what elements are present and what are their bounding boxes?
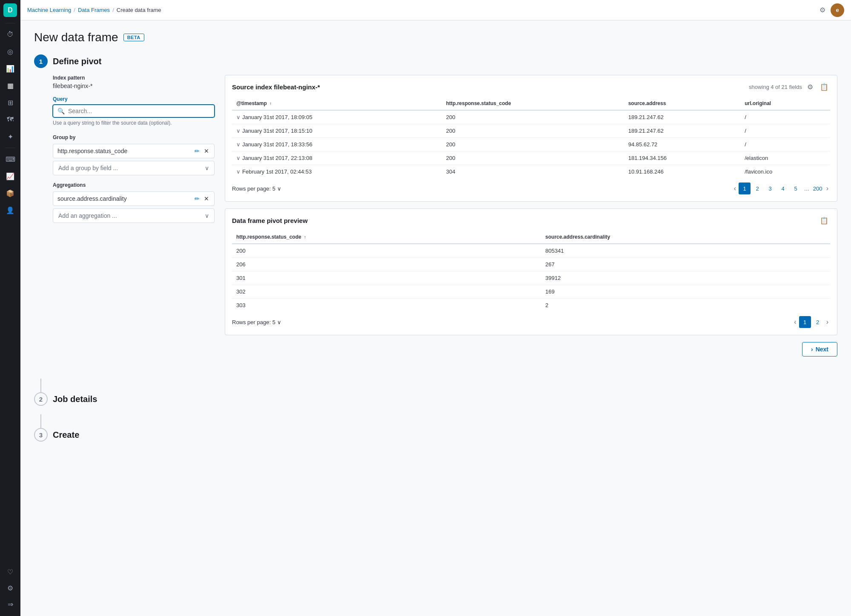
group-by-actions: ✏ ✕ [194, 147, 210, 155]
source-next-page[interactable]: › [825, 183, 830, 194]
nav-icon-canvas[interactable]: ⊞ [3, 95, 18, 110]
source-page-last[interactable]: 200 [812, 183, 824, 194]
table-row: ∨January 31st 2017, 22:13:08 200 181.194… [232, 151, 830, 165]
top-bar-right: ⚙ e [818, 3, 844, 17]
cell-address: 181.194.34.156 [624, 151, 741, 165]
page-content: New data frame BETA 1 Define pivot Index… [20, 20, 851, 616]
cell-address: 189.21.247.62 [624, 124, 741, 138]
expand-row-button[interactable]: ∨ [236, 128, 241, 134]
nav-icon-maps[interactable]: 🗺 [3, 112, 18, 127]
source-page-ellipsis: ... [802, 185, 811, 192]
source-page-2[interactable]: 2 [751, 183, 763, 194]
pivot-page-nums: ‹ 1 2 › [792, 316, 830, 328]
expand-row-button[interactable]: ∨ [236, 114, 241, 120]
nav-icon-collapse[interactable]: ⇒ [3, 596, 18, 612]
pivot-prev-page[interactable]: ‹ [792, 317, 798, 328]
search-icon: 🔍 [57, 108, 65, 114]
source-page-5[interactable]: 5 [790, 183, 802, 194]
search-box[interactable]: 🔍 [53, 105, 215, 117]
pivot-col-status[interactable]: http.response.status_code ↑ [232, 231, 541, 244]
step1-section: 1 Define pivot Index pattern filebeat-ng… [34, 54, 837, 370]
nav-icon-stack[interactable]: 📦 [3, 185, 18, 201]
nav-icon-discover[interactable]: ◎ [3, 44, 18, 59]
sort-icon-timestamp: ↑ [269, 101, 272, 106]
nav-icon-users[interactable]: 👤 [3, 202, 18, 218]
nav-icon-settings[interactable]: ⚙ [3, 580, 18, 596]
col-header-address[interactable]: source.address [624, 97, 741, 110]
source-table-header: Source index filebeat-nginx-* showing 4 … [232, 82, 830, 92]
search-input[interactable] [68, 108, 210, 114]
source-prev-page[interactable]: ‹ [732, 183, 738, 194]
pivot-cell-status: 303 [232, 299, 541, 312]
source-page-3[interactable]: 3 [764, 183, 776, 194]
rows-per-page-pivot[interactable]: Rows per page: 5 ∨ [232, 319, 281, 325]
aggregation-actions: ✏ ✕ [194, 194, 210, 203]
remove-aggregation-button[interactable]: ✕ [203, 194, 210, 203]
right-panel: Source index filebeat-nginx-* showing 4 … [225, 75, 837, 370]
cell-address: 94.85.62.72 [624, 138, 741, 151]
step2-title: Job details [53, 394, 97, 404]
cell-url: / [740, 138, 830, 151]
pivot-preview-card: Data frame pivot preview 📋 http.response… [225, 208, 837, 335]
pivot-cell-cardinality: 805341 [541, 244, 830, 258]
source-page-4[interactable]: 4 [777, 183, 789, 194]
edit-aggregation-button[interactable]: ✏ [194, 194, 201, 203]
fields-count-text: showing 4 of 21 fields [749, 84, 802, 90]
list-item: 301 39912 [232, 271, 830, 285]
pivot-page-1[interactable]: 1 [799, 316, 811, 328]
nav-icon-monitor[interactable]: 📈 [3, 168, 18, 184]
nav-icon-clock[interactable]: ⏱ [3, 27, 18, 42]
add-aggregation-row[interactable]: Add an aggregation ... ∨ [53, 208, 215, 223]
pivot-rows-chevron: ∨ [277, 319, 281, 325]
pivot-header-row: http.response.status_code ↑ source.addre… [232, 231, 830, 244]
rows-per-page-source[interactable]: Rows per page: 5 ∨ [232, 185, 281, 192]
expand-row-button[interactable]: ∨ [236, 155, 241, 161]
breadcrumb-machine-learning[interactable]: Machine Learning [27, 7, 71, 13]
remove-group-by-button[interactable]: ✕ [203, 147, 210, 155]
breadcrumb: Machine Learning / Data Frames / Create … [27, 7, 161, 13]
next-button[interactable]: › Next [802, 342, 837, 356]
sort-icon-status: ↑ [304, 235, 306, 240]
expand-row-button[interactable]: ∨ [236, 141, 241, 148]
pivot-cell-cardinality: 39912 [541, 271, 830, 285]
nav-icon-heart[interactable]: ♡ [3, 564, 18, 579]
source-page-1[interactable]: 1 [739, 183, 751, 194]
group-by-field-row: http.response.status_code ✏ ✕ [53, 144, 215, 158]
source-index-card: Source index filebeat-nginx-* showing 4 … [225, 75, 837, 202]
cell-timestamp: ∨January 31st 2017, 18:15:10 [232, 124, 442, 138]
app-logo[interactable]: D [3, 3, 17, 17]
pivot-col-cardinality[interactable]: source.address.cardinality [541, 231, 830, 244]
nav-icon-visualize[interactable]: 📊 [3, 61, 18, 76]
edit-group-by-button[interactable]: ✏ [194, 147, 201, 155]
source-settings-icon[interactable]: ⚙ [805, 82, 815, 92]
settings-icon-button[interactable]: ⚙ [818, 5, 827, 15]
nav-icon-ml[interactable]: ✦ [3, 129, 18, 144]
nav-icon-dev[interactable]: ⌨ [3, 151, 18, 167]
source-index-table: @timestamp ↑ http.response.status_code s… [232, 97, 830, 178]
top-bar: Machine Learning / Data Frames / Create … [20, 0, 851, 20]
col-header-status[interactable]: http.response.status_code [442, 97, 624, 110]
cell-status: 200 [442, 110, 624, 124]
pivot-page-2[interactable]: 2 [812, 316, 824, 328]
breadcrumb-current: Create data frame [117, 7, 161, 13]
pivot-copy-icon[interactable]: 📋 [818, 216, 830, 225]
source-pagination: Rows per page: 5 ∨ ‹ 1 2 3 4 5 ... [232, 178, 830, 194]
expand-row-button[interactable]: ∨ [236, 168, 241, 175]
pivot-preview-title: Data frame pivot preview [232, 217, 308, 224]
breadcrumb-sep-1: / [74, 7, 75, 13]
source-copy-icon[interactable]: 📋 [818, 82, 830, 92]
step-connector-1-2 [40, 379, 41, 392]
add-group-by-row[interactable]: Add a group by field ... ∨ [53, 161, 215, 175]
col-header-url[interactable]: url.original [740, 97, 830, 110]
left-navigation: D ⏱ ◎ 📊 ▦ ⊞ 🗺 ✦ ⌨ 📈 📦 👤 ♡ ⚙ ⇒ [0, 0, 20, 616]
breadcrumb-data-frames[interactable]: Data Frames [78, 7, 110, 13]
table-row: ∨January 31st 2017, 18:33:56 200 94.85.6… [232, 138, 830, 151]
pivot-cell-status: 206 [232, 258, 541, 271]
nav-icon-dashboard[interactable]: ▦ [3, 78, 18, 93]
col-header-timestamp[interactable]: @timestamp ↑ [232, 97, 442, 110]
source-table-title: Source index filebeat-nginx-* [232, 83, 320, 91]
list-item: 302 169 [232, 285, 830, 299]
group-by-label: Group by [53, 134, 215, 140]
pivot-next-page[interactable]: › [825, 317, 830, 328]
user-avatar[interactable]: e [831, 3, 844, 17]
